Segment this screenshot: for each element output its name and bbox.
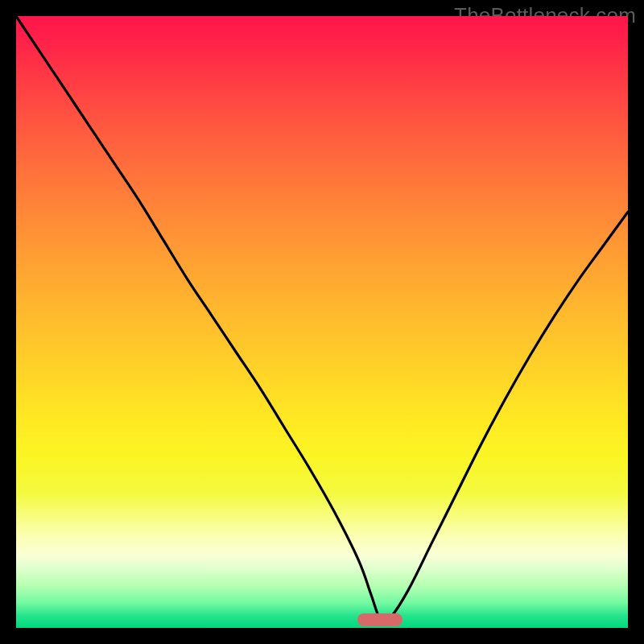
plot-area bbox=[16, 16, 628, 628]
chart-container: TheBottleneck.com bbox=[0, 0, 644, 644]
curve-path bbox=[16, 16, 628, 622]
bottleneck-curve bbox=[16, 16, 628, 628]
optimal-zone-marker bbox=[357, 613, 402, 626]
